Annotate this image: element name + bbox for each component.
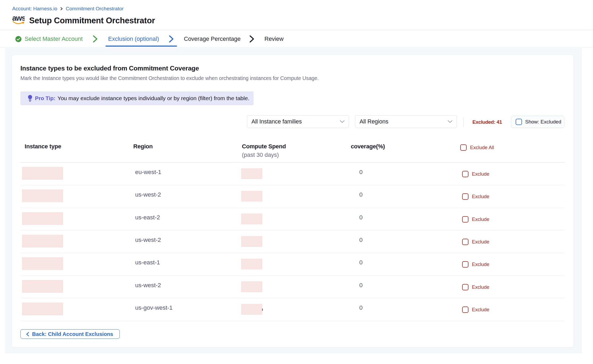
cell-coverage: 0 <box>359 169 363 176</box>
show-excluded-toggle[interactable]: Show: Excluded <box>511 116 564 128</box>
cell-region: us-west-2 <box>135 282 161 289</box>
excluded-count: Excluded: 41 <box>472 116 502 128</box>
exclude-all-control[interactable]: Exclude All <box>460 144 494 151</box>
table-row: us-west-2 0 Exclude <box>20 230 565 253</box>
exclude-control[interactable]: Exclude <box>462 216 489 223</box>
breadcrumb: Account: Harness.io Commitment Orchestra… <box>12 6 124 12</box>
protip-text: You may exclude instance types individua… <box>57 95 249 101</box>
regions-value: All Regions <box>360 118 388 125</box>
cell-coverage: 0 <box>359 304 363 311</box>
col-compute-spend: Compute Spend <box>242 143 286 150</box>
cell-coverage: 0 <box>359 282 363 289</box>
protip-label: Pro Tip: <box>35 95 55 101</box>
step-select-master-account[interactable]: Select Master Account <box>15 30 83 47</box>
exclude-checkbox[interactable] <box>462 171 468 177</box>
cell-coverage: 0 <box>359 191 363 198</box>
step-coverage-percentage[interactable]: Coverage Percentage <box>184 30 241 47</box>
col-instance-type: Instance type <box>25 143 61 150</box>
redacted-compute-spend <box>241 259 262 269</box>
chevron-left-icon <box>26 332 29 336</box>
step-chevron-icon-dark <box>249 30 254 47</box>
page-title: Setup Commitment Orchestrator <box>29 16 155 25</box>
breadcrumb-account-link[interactable]: Account: Harness.io <box>12 6 57 12</box>
exclude-all-checkbox[interactable] <box>460 144 467 151</box>
chevron-down-icon <box>340 120 345 123</box>
exclude-checkbox[interactable] <box>462 284 468 290</box>
instance-families-select[interactable]: All Instance families <box>247 115 349 128</box>
col-coverage: coverage(%) <box>351 143 385 150</box>
exclude-control[interactable]: Exclude <box>462 284 489 290</box>
show-excluded-label: Show: Excluded <box>525 119 561 125</box>
cell-coverage: 0 <box>359 214 363 221</box>
regions-select[interactable]: All Regions <box>355 115 457 128</box>
redacted-instance-type <box>22 235 63 247</box>
exclude-label: Exclude <box>472 216 489 222</box>
step-label: Select Master Account <box>25 35 83 42</box>
exclusion-card: Instance types to be excluded from Commi… <box>12 55 573 347</box>
exclude-label: Exclude <box>472 194 489 199</box>
card-heading: Instance types to be excluded from Commi… <box>20 65 199 72</box>
table-row: us-west-2 0 Exclude <box>20 276 565 298</box>
exclude-control[interactable]: Exclude <box>462 307 489 313</box>
exclude-checkbox[interactable] <box>462 216 468 223</box>
exclude-control[interactable]: Exclude <box>462 193 489 200</box>
cell-region: us-east-1 <box>135 259 160 266</box>
table-row: us-gov-west-1 0 Exclude <box>20 298 565 321</box>
redacted-text-sliver <box>262 309 263 311</box>
step-label: Exclusion (optional) <box>108 35 159 42</box>
title-row: aws Setup Commitment Orchestrator <box>12 15 155 25</box>
redacted-compute-spend <box>241 304 262 315</box>
cell-coverage: 0 <box>359 237 363 243</box>
table-row: us-east-2 0 Exclude <box>20 208 565 230</box>
redacted-compute-spend <box>241 236 262 247</box>
breadcrumb-module-link[interactable]: Commitment Orchestrator <box>66 6 124 12</box>
exclude-label: Exclude <box>472 171 489 177</box>
step-label: Review <box>264 35 284 42</box>
redacted-instance-type <box>22 167 63 180</box>
redacted-instance-type <box>22 189 63 202</box>
table-body: eu-west-1 0 Exclude us-west-2 0 Exclude <box>20 163 565 321</box>
redacted-instance-type <box>22 280 63 293</box>
back-button[interactable]: Back: Child Account Exclusions <box>20 329 120 339</box>
redacted-compute-spend <box>241 214 262 224</box>
exclude-checkbox[interactable] <box>462 193 468 200</box>
cell-region: us-gov-west-1 <box>135 304 172 311</box>
table-row: us-west-2 0 Exclude <box>20 185 565 208</box>
cell-coverage: 0 <box>359 259 363 266</box>
cell-region: us-west-2 <box>135 191 161 198</box>
exclude-control[interactable]: Exclude <box>462 171 489 177</box>
step-chevron-icon-green <box>92 30 98 47</box>
stepper: Select Master Account Exclusion (optiona… <box>0 30 593 47</box>
exclude-control[interactable]: Exclude <box>462 239 489 245</box>
redacted-instance-type <box>22 257 63 270</box>
check-circle-icon <box>15 36 22 42</box>
step-chevron-icon-blue <box>169 30 174 47</box>
redacted-instance-type <box>22 212 63 225</box>
step-exclusion[interactable]: Exclusion (optional) <box>108 30 159 47</box>
lightbulb-icon <box>28 95 32 102</box>
filter-divider <box>463 118 464 127</box>
exclude-all-label: Exclude All <box>470 145 494 150</box>
redacted-compute-spend <box>241 281 262 292</box>
redacted-compute-spend <box>241 191 262 202</box>
exclude-checkbox[interactable] <box>462 307 468 313</box>
table-row: us-east-1 0 Exclude <box>20 253 565 276</box>
table-row: eu-west-1 0 Exclude <box>20 163 565 185</box>
instance-families-value: All Instance families <box>251 118 302 125</box>
exclude-label: Exclude <box>472 307 489 313</box>
chevron-down-icon <box>448 120 453 123</box>
cell-region: us-west-2 <box>135 237 161 243</box>
exclude-checkbox[interactable] <box>462 261 468 268</box>
show-excluded-checkbox[interactable] <box>516 119 522 125</box>
exclude-control[interactable]: Exclude <box>462 261 489 268</box>
aws-logo-icon: aws <box>12 16 25 25</box>
cell-region: eu-west-1 <box>135 169 161 176</box>
table-header: Instance type Region Compute Spend (past… <box>20 140 565 163</box>
exclude-label: Exclude <box>472 284 489 290</box>
step-review[interactable]: Review <box>264 30 284 47</box>
svg-text:aws: aws <box>12 16 25 22</box>
exclude-checkbox[interactable] <box>462 239 468 245</box>
exclude-label: Exclude <box>472 239 489 245</box>
content-background: Instance types to be excluded from Commi… <box>5 47 582 353</box>
active-step-underline <box>105 46 177 47</box>
